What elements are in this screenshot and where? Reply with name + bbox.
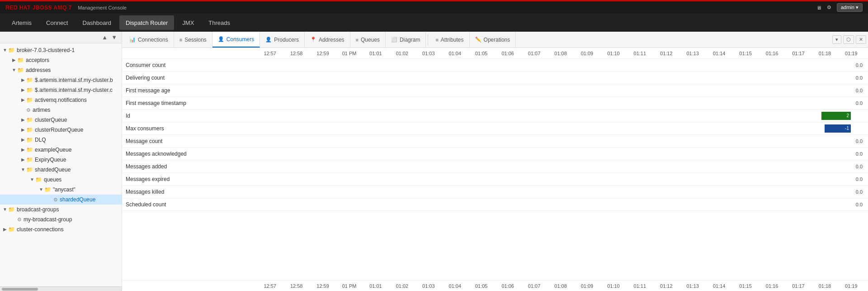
metric-name-scheduled-count: Scheduled count bbox=[126, 201, 257, 208]
tree-item-examplequeue[interactable]: ▶ 📁 exampleQueue bbox=[0, 145, 122, 155]
metric-chart-messages-added: 0.0 bbox=[257, 162, 864, 171]
time-label-b21: 01:18 bbox=[811, 283, 838, 289]
tree-item-cluster-connections[interactable]: ▶ 📁 cluster-connections bbox=[0, 224, 122, 234]
settings-icon[interactable]: ⚙ bbox=[827, 5, 831, 10]
toggle-broadcast-groups: ▼ bbox=[2, 205, 8, 214]
time-label-9: 01:06 bbox=[495, 51, 521, 56]
tree-item-broadcast-groups[interactable]: ▼ 📁 broadcast-groups bbox=[0, 205, 122, 215]
tab-connections[interactable]: 📊 Connections bbox=[124, 32, 174, 48]
label-addresses: addresses bbox=[26, 66, 51, 74]
time-label-b1: 12:58 bbox=[283, 283, 309, 289]
tab-producers[interactable]: 👤 Producers bbox=[260, 32, 305, 48]
tree-item-anycast[interactable]: ▼ 📁 "anycast" bbox=[0, 185, 122, 195]
tree-item-my-broadcast-group[interactable]: ⚙ my-broadcast-group bbox=[0, 215, 122, 224]
toggle-expiryqueue: ▶ bbox=[20, 156, 26, 164]
metric-value-delivering-count: 0.0 bbox=[856, 75, 863, 81]
toggle-clusterrouterqueue: ▶ bbox=[20, 126, 26, 134]
connections-icon: 📊 bbox=[129, 37, 136, 43]
tree-item-queues[interactable]: ▼ 📁 queues bbox=[0, 175, 122, 185]
metric-name-delivering-count: Delivering count bbox=[126, 75, 257, 81]
collapse-up-button[interactable]: ▲ bbox=[100, 33, 109, 41]
toggle-activemq: ▶ bbox=[20, 96, 26, 104]
time-label-16: 01:13 bbox=[679, 51, 706, 56]
attributes-icon: ≡ bbox=[435, 37, 438, 43]
tab-close-button[interactable]: ✕ bbox=[856, 35, 866, 44]
toggle-cluster-connections: ▶ bbox=[2, 225, 8, 234]
tab-operations[interactable]: ✏️ Operations bbox=[470, 32, 516, 48]
time-label-5: 01:02 bbox=[389, 51, 415, 56]
tree-item-expiryqueue[interactable]: ▶ 📁 ExpiryQueue bbox=[0, 155, 122, 165]
nav-jmx[interactable]: JMX bbox=[176, 15, 200, 30]
tree-item-artimes[interactable]: ⚙ artimes bbox=[0, 105, 122, 115]
tree-item-clusterqueue[interactable]: ▶ 📁 clusterQueue bbox=[0, 115, 122, 125]
folder-icon-expiryqueue: 📁 bbox=[26, 156, 33, 164]
tree-item-broker[interactable]: ▼ 📁 broker-7.0.3-clustered-1 bbox=[0, 45, 122, 55]
tree-item-addresses[interactable]: ▼ 📁 addresses bbox=[0, 65, 122, 75]
nav-bar: Artemis Connect Dashboard Dispatch Route… bbox=[0, 14, 868, 32]
tree-item-artemis-internal2[interactable]: ▶ 📁 $.artemis.internal.sf.my-cluster.c bbox=[0, 85, 122, 95]
time-label-b20: 01:17 bbox=[785, 283, 811, 289]
folder-icon-clusterrouterqueue: 📁 bbox=[26, 126, 33, 134]
toggle-queues: ▼ bbox=[29, 176, 35, 184]
sidebar-header: ▲ ▼ bbox=[0, 32, 122, 43]
monitor-icon[interactable]: 🖥 bbox=[816, 5, 821, 10]
toggle-dlq: ▶ bbox=[20, 136, 26, 144]
metric-name-messages-expired: Messages expired bbox=[126, 176, 257, 182]
tab-popout-button[interactable]: ⬡ bbox=[843, 35, 854, 44]
tree-item-artemis-internal1[interactable]: ▶ 📁 $.artemis.internal.sf.my-cluster.b bbox=[0, 75, 122, 85]
metric-chart-id: 2 bbox=[257, 111, 864, 120]
tab-attributes[interactable]: ≡ Attributes bbox=[430, 32, 469, 48]
tree-item-shardedqueue[interactable]: ▼ 📁 shardedQueue bbox=[0, 165, 122, 175]
time-label-b7: 01:04 bbox=[442, 283, 468, 289]
time-label-8: 01:05 bbox=[468, 51, 495, 56]
tree-item-shardedqueue-selected[interactable]: ⚙ shardedQueue bbox=[0, 195, 122, 205]
nav-connect[interactable]: Connect bbox=[40, 15, 74, 30]
tree-item-clusterrouterqueue[interactable]: ▶ 📁 clusterRouterQueue bbox=[0, 125, 122, 135]
time-label-20: 01:17 bbox=[785, 51, 811, 56]
time-label-17: 01:14 bbox=[706, 51, 732, 56]
metrics-container: Consumer count 0.0 Delivering count 0.0 … bbox=[122, 59, 868, 280]
admin-button[interactable]: admin ▾ bbox=[837, 3, 863, 12]
toggle-anycast: ▼ bbox=[38, 186, 44, 194]
tree-item-acceptors[interactable]: ▶ 📁 acceptors bbox=[0, 55, 122, 65]
time-axis-inner-bottom: 12:57 12:58 12:59 01 PM 01:01 01:02 01:0… bbox=[257, 283, 864, 289]
time-label-b8: 01:05 bbox=[468, 283, 495, 289]
label-anycast: "anycast" bbox=[53, 186, 75, 194]
tab-addresses-label: Addresses bbox=[319, 37, 344, 43]
time-label-10: 01:07 bbox=[521, 51, 547, 56]
tab-addresses[interactable]: 📍 Addresses bbox=[305, 32, 350, 48]
tab-sessions[interactable]: ≡ Sessions bbox=[174, 32, 212, 48]
operations-icon: ✏️ bbox=[475, 37, 481, 43]
tab-sessions-label: Sessions bbox=[184, 37, 207, 43]
time-label-b4: 01:01 bbox=[363, 283, 389, 289]
tab-attributes-label: Attributes bbox=[441, 37, 464, 43]
time-label-b19: 01:16 bbox=[759, 283, 785, 289]
tab-diagram[interactable]: ⬜ Diagram bbox=[386, 32, 426, 48]
nav-artemis[interactable]: Artemis bbox=[5, 15, 38, 30]
tab-consumers[interactable]: 👤 Consumers bbox=[212, 32, 260, 48]
metric-row-messages-acknowledged: Messages acknowledged 0.0 bbox=[122, 148, 868, 160]
tab-diagram-label: Diagram bbox=[400, 37, 420, 43]
collapse-down-button[interactable]: ▼ bbox=[109, 33, 119, 41]
nav-dashboard[interactable]: Dashboard bbox=[76, 15, 118, 30]
tab-queues[interactable]: ≡ Queues bbox=[350, 32, 386, 48]
metric-value-messages-expired: 0.0 bbox=[856, 177, 863, 182]
time-label-b12: 01:09 bbox=[574, 283, 600, 289]
time-label-b13: 01:10 bbox=[600, 283, 627, 289]
brand-name: RED HAT JBOSS AMQ 7 bbox=[5, 5, 72, 11]
label-broker: broker-7.0.3-clustered-1 bbox=[17, 46, 75, 54]
metric-chart-max-consumers: -1 bbox=[257, 124, 864, 133]
time-label-b9: 01:06 bbox=[495, 283, 521, 289]
time-label-14: 01:11 bbox=[627, 51, 653, 56]
nav-threads[interactable]: Threads bbox=[202, 15, 236, 30]
time-label-2: 12:59 bbox=[310, 51, 336, 56]
tree-item-dlq[interactable]: ▶ 📁 DLQ bbox=[0, 135, 122, 145]
nav-dispatch-router[interactable]: Dispatch Router bbox=[119, 15, 174, 30]
tree-item-activemq[interactable]: ▶ 📁 activemq.notifications bbox=[0, 95, 122, 105]
metric-name-consumer-count: Consumer count bbox=[126, 62, 257, 68]
label-cluster-connections: cluster-connections bbox=[17, 225, 63, 234]
tab-dropdown-button[interactable]: ▾ bbox=[832, 35, 841, 44]
addresses-icon: 📍 bbox=[310, 37, 316, 43]
sidebar-scrollbar[interactable] bbox=[0, 286, 122, 291]
label-artemis1: $.artemis.internal.sf.my-cluster.b bbox=[35, 76, 113, 84]
